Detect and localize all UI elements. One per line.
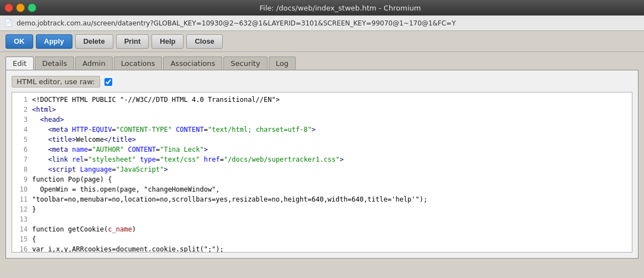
close-window-btn[interactable] xyxy=(4,3,13,12)
code-line-11: 11 "toolbar=no,menubar=no,location=no,sc… xyxy=(14,194,630,204)
minimize-window-btn[interactable] xyxy=(16,3,25,12)
code-line-15: 15 { xyxy=(14,234,630,244)
code-line-10: 10 OpenWin = this.open(page, "changeHome… xyxy=(14,184,630,194)
main-area: Edit Details Admin Locations Association… xyxy=(0,52,644,278)
code-line-3: 3 <head> xyxy=(14,115,630,125)
page-icon: 📄 xyxy=(4,19,13,28)
tab-edit[interactable]: Edit xyxy=(6,56,34,70)
code-line-6: 6 <meta name="AUTHOR" CONTENT="Tina Leck… xyxy=(14,145,630,155)
tab-associations[interactable]: Associations xyxy=(163,56,222,70)
tab-bar: Edit Details Admin Locations Association… xyxy=(6,56,638,70)
code-line-13: 13 xyxy=(14,214,630,224)
tab-locations[interactable]: Locations xyxy=(114,56,163,70)
raw-checkbox[interactable] xyxy=(104,78,112,86)
delete-button[interactable]: Delete xyxy=(75,34,113,49)
print-button[interactable]: Print xyxy=(116,34,149,49)
code-line-4: 4 <meta HTTP-EQUIV="CONTENT-TYPE" CONTEN… xyxy=(14,125,630,135)
code-line-2: 2 <html> xyxy=(14,105,630,115)
code-line-8: 8 <script Language="JavaScript"> xyxy=(14,164,630,174)
tab-security[interactable]: Security xyxy=(223,56,267,70)
editor-label: HTML editor, use raw: xyxy=(12,76,100,87)
tab-admin[interactable]: Admin xyxy=(75,56,112,70)
editor-header: HTML editor, use raw: xyxy=(12,76,632,87)
tab-details[interactable]: Details xyxy=(35,56,74,70)
ok-button[interactable]: OK xyxy=(6,34,33,49)
code-line-7: 7 <link rel="stylesheet" type="text/css"… xyxy=(14,155,630,164)
tab-log[interactable]: Log xyxy=(269,56,296,70)
apply-button[interactable]: Apply xyxy=(36,34,72,49)
code-line-14: 14 function getCookie(c_name) xyxy=(14,224,630,234)
window-controls[interactable] xyxy=(4,3,36,12)
url-bar: 📄 demo.jobtrack.com.au/screen/dataentry?… xyxy=(0,16,644,31)
code-line-12: 12 } xyxy=(14,204,630,214)
title-bar: File: /docs/web/index_stweb.htm - Chromi… xyxy=(0,0,644,16)
content-panel: HTML editor, use raw: 1 <!DOCTYPE HTML P… xyxy=(6,70,638,259)
help-button[interactable]: Help xyxy=(151,34,184,49)
code-editor[interactable]: 1 <!DOCTYPE HTML PUBLIC "-//W3C//DTD HTM… xyxy=(12,92,632,253)
close-button[interactable]: Close xyxy=(186,34,222,49)
code-line-1: 1 <!DOCTYPE HTML PUBLIC "-//W3C//DTD HTM… xyxy=(14,95,630,105)
window-title: File: /docs/web/index_stweb.htm - Chromi… xyxy=(41,4,640,12)
maximize-window-btn[interactable] xyxy=(28,3,36,12)
code-line-16: 16 var i,x,y,ARRcookies=document.cookie.… xyxy=(14,244,630,253)
code-line-5: 5 <title>Welcome</title> xyxy=(14,135,630,145)
toolbar: OK Apply Delete Print Help Close xyxy=(0,31,644,52)
code-line-9: 9 function Pop(page) { xyxy=(14,174,630,184)
url-text[interactable]: demo.jobtrack.com.au/screen/dataentry?GL… xyxy=(17,19,455,27)
